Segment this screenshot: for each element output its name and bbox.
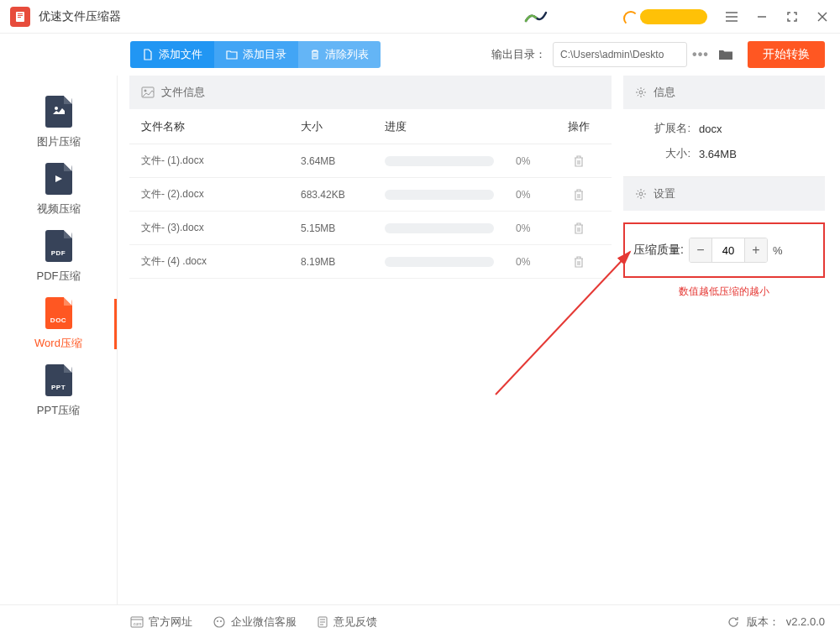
delete-button[interactable] — [558, 188, 600, 201]
info-size-value: 3.64MB — [699, 148, 737, 160]
sidebar-item-label: PDF压缩 — [37, 269, 81, 284]
app-title: 优速文件压缩器 — [39, 9, 121, 24]
official-link[interactable]: .com 官方网址 — [130, 614, 192, 630]
right-panel: 信息 扩展名: docx 大小: 3.64MB 设置 压缩质量: — [623, 76, 825, 604]
sidebar-item-label: 图片压缩 — [37, 134, 81, 149]
file-progress — [385, 190, 516, 200]
file-progress — [385, 257, 516, 267]
table-header: 文件名称 大小 进度 操作 — [129, 109, 612, 144]
file-name: 文件- (1).docx — [141, 154, 301, 168]
settings-header: 设置 — [623, 177, 825, 211]
toolbar: 添加文件 添加目录 清除列表 输出目录： C:\Users\admin\Desk… — [0, 34, 840, 76]
sidebar-item-pdf[interactable]: PDF PDF压缩 — [0, 223, 117, 290]
svg-point-10 — [55, 107, 58, 110]
vip-badge[interactable] — [640, 9, 707, 24]
file-icon — [142, 49, 154, 60]
website-icon: .com — [130, 616, 144, 628]
percent-sign: % — [773, 244, 783, 257]
version: 版本： v2.2.0.0 — [727, 614, 825, 630]
decrease-button[interactable]: − — [690, 238, 711, 262]
info-size-row: 大小: 3.64MB — [623, 141, 825, 166]
svg-point-18 — [214, 617, 224, 627]
output-label: 输出目录： — [491, 47, 546, 62]
file-pct: 0% — [516, 222, 558, 234]
feedback-icon — [317, 615, 328, 629]
gear-icon — [635, 188, 647, 200]
svg-point-13 — [639, 91, 643, 94]
footer: .com 官方网址 企业微信客服 意见反馈 版本： v2.2.0.0 — [0, 604, 840, 638]
sidebar: 图片压缩 视频压缩 PDF PDF压缩 DOC Word压缩 PPT PPT压缩 — [0, 76, 118, 604]
menu-icon[interactable] — [724, 9, 739, 24]
fullscreen-icon[interactable] — [785, 9, 800, 24]
doc-file-icon: DOC — [45, 297, 72, 329]
output-path-input[interactable]: C:\Users\admin\Deskto — [553, 42, 687, 67]
more-icon[interactable]: ••• — [687, 42, 714, 67]
svg-text:.com: .com — [133, 621, 142, 626]
video-file-icon — [45, 163, 72, 195]
sidebar-item-ppt[interactable]: PPT PPT压缩 — [0, 358, 117, 425]
svg-rect-3 — [18, 17, 21, 18]
file-name: 文件- (2).docx — [141, 187, 301, 201]
close-icon[interactable] — [815, 9, 830, 24]
add-file-label: 添加文件 — [159, 47, 202, 62]
file-panel-header: 文件信息 — [129, 76, 612, 109]
quality-label: 压缩质量: — [633, 243, 684, 258]
add-dir-label: 添加目录 — [243, 47, 286, 62]
svg-rect-1 — [18, 13, 23, 14]
quality-hint: 数值越低压缩的越小 — [623, 285, 825, 299]
gear-icon — [635, 86, 647, 98]
file-progress — [385, 156, 516, 166]
col-size-header: 大小 — [301, 119, 385, 134]
col-progress-header: 进度 — [385, 119, 516, 134]
svg-rect-2 — [18, 15, 23, 16]
table-row[interactable]: 文件- (4) .docx8.19MB0% — [129, 245, 612, 279]
svg-point-12 — [144, 90, 147, 92]
pdf-file-icon: PDF — [45, 230, 72, 262]
svg-point-19 — [217, 620, 218, 622]
delete-button[interactable] — [558, 255, 600, 269]
add-dir-button[interactable]: 添加目录 — [214, 41, 298, 68]
image-file-icon — [45, 96, 72, 128]
folder-icon — [226, 49, 238, 60]
table-row[interactable]: 文件- (3).docx5.15MB0% — [129, 212, 612, 245]
file-panel: 文件信息 文件名称 大小 进度 操作 文件- (1).docx3.64MB0%文… — [129, 76, 612, 604]
clear-list-label: 清除列表 — [325, 47, 369, 62]
info-ext-value: docx — [699, 123, 722, 135]
add-file-button[interactable]: 添加文件 — [130, 41, 214, 68]
info-ext-row: 扩展名: docx — [623, 116, 825, 141]
quality-setting-box: 压缩质量: − 40 + % — [623, 222, 825, 278]
delete-button[interactable] — [558, 222, 600, 235]
wechat-link[interactable]: 企业微信客服 — [213, 614, 297, 630]
refresh-icon[interactable] — [727, 615, 740, 629]
sidebar-item-label: PPT压缩 — [37, 403, 80, 418]
increase-button[interactable]: + — [745, 238, 767, 262]
feedback-link[interactable]: 意见反馈 — [317, 614, 377, 630]
file-name: 文件- (3).docx — [141, 221, 301, 235]
table-row[interactable]: 文件- (1).docx3.64MB0% — [129, 144, 612, 178]
sidebar-item-image[interactable]: 图片压缩 — [0, 89, 117, 156]
delete-button[interactable] — [558, 154, 600, 168]
file-size: 683.42KB — [301, 189, 385, 201]
file-pct: 0% — [516, 256, 558, 268]
ppt-file-icon: PPT — [45, 364, 72, 396]
sidebar-item-label: 视频压缩 — [37, 201, 81, 217]
picture-icon — [141, 86, 155, 98]
file-size: 3.64MB — [301, 155, 385, 167]
file-size: 8.19MB — [301, 256, 385, 268]
info-header: 信息 — [623, 76, 825, 109]
open-folder-button[interactable] — [714, 42, 738, 67]
start-convert-button[interactable]: 开始转换 — [748, 41, 825, 68]
sidebar-item-word[interactable]: DOC Word压缩 — [0, 290, 117, 358]
svg-point-20 — [220, 620, 222, 622]
quality-value[interactable]: 40 — [711, 238, 745, 262]
sidebar-item-video[interactable]: 视频压缩 — [0, 156, 117, 223]
svg-point-14 — [639, 192, 643, 196]
minimize-icon[interactable] — [754, 9, 769, 24]
col-op-header: 操作 — [558, 119, 600, 134]
table-row[interactable]: 文件- (2).docx683.42KB0% — [129, 178, 612, 212]
titlebar: 优速文件压缩器 — [0, 0, 840, 34]
file-pct: 0% — [516, 155, 558, 167]
clear-list-button[interactable]: 清除列表 — [298, 41, 381, 68]
brand-logo — [524, 9, 548, 24]
file-name: 文件- (4) .docx — [141, 254, 301, 269]
